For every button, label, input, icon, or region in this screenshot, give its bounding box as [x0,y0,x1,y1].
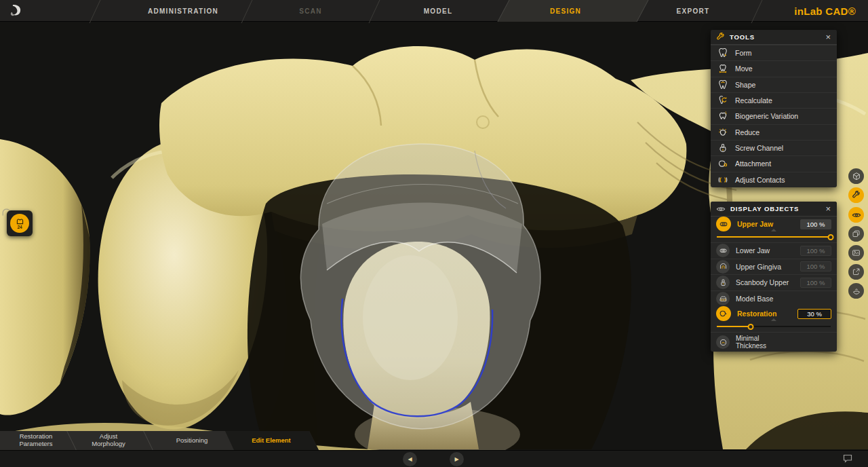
recalculate-tool-icon [717,95,728,106]
display-row-label: Lower Jaw [736,246,794,255]
lower-jaw-opacity-value[interactable]: 100 % [800,246,831,256]
step-label: Positioning [176,437,208,445]
step-label: Morphology [92,441,125,448]
tool-screw-channel[interactable]: Screw Channel [711,140,837,155]
cube-icon [852,172,861,181]
arrow-left-icon: ◀ [408,456,412,462]
nav-model[interactable]: MODEL [374,0,502,22]
tools-panel-title: TOOLS [730,33,820,41]
wrench-icon [852,191,861,200]
tool-move[interactable]: Move [711,60,837,76]
label-line-1: Minimal [736,335,831,343]
tools-panel: TOOLS × Form Move Shape Recalculate Biog… [711,30,837,187]
snapshot-button[interactable] [848,245,864,261]
step-restoration-parameters[interactable]: Restoration Parameters [5,431,66,450]
brand-title: inLab CAD® [794,0,856,22]
form-tool-icon [717,48,728,58]
share-view-button[interactable] [848,264,864,280]
nav-design[interactable]: DESIGN [502,0,629,22]
tooth-number: 24 [17,225,22,230]
hand-gesture-button[interactable] [848,283,864,299]
display-row-upper-gingiva[interactable]: Upper Gingiva 100 % [711,259,837,275]
tool-label: Adjust Contacts [735,176,785,184]
tool-biogeneric-variation[interactable]: Biogeneric Variation [711,108,837,124]
attachment-tool-icon [717,158,728,169]
close-icon[interactable]: × [825,33,831,41]
bottom-strip: ◀ ▶ [0,450,868,467]
adjust-contacts-tool-icon [717,174,728,185]
shape-tool-icon [717,79,728,90]
display-row-label: Restoration [737,310,791,318]
upper-jaw-opacity-value[interactable]: 100 % [800,219,831,229]
wrench-icon [716,33,725,41]
feedback-chat-icon[interactable] [842,453,853,464]
copy-folder-icon [852,229,861,238]
biogeneric-variation-tool-icon [717,111,728,122]
step-edit-element[interactable]: Edit Element [236,431,307,450]
slider-caret [771,229,776,231]
reduce-tool-icon [717,127,728,138]
display-row-model-base[interactable]: Model Base [711,291,837,307]
upper-jaw-opacity-slider[interactable] [711,231,837,242]
restoration-ghost[interactable] [300,144,540,429]
case-folder-button[interactable] [848,226,864,242]
tool-adjust-contacts[interactable]: Adjust Contacts [711,172,837,187]
restoration-opacity-value[interactable]: 30 % [797,309,831,319]
nav-scan[interactable]: SCAN [247,0,374,22]
share-arrow-icon [852,267,861,276]
move-tool-icon [717,63,728,74]
tooth-position-badge[interactable]: 24 [7,210,33,236]
screw-channel-tool-icon [717,143,728,153]
step-adjust-morphology[interactable]: Adjust Morphology [78,431,139,450]
scanbody-upper-icon [716,276,730,289]
restoration-opacity-slider[interactable] [711,321,837,332]
step-separator [66,430,77,452]
tool-label: Screw Channel [735,144,783,152]
nav-administration[interactable]: ADMINISTRATION [119,0,247,22]
display-row-scanbody-upper[interactable]: Scanbody Upper 100 % [711,274,837,291]
display-objects-toggle-button[interactable] [848,207,864,223]
design-steps-bar: Restoration Parameters Adjust Morphology… [0,431,319,450]
slider-knob[interactable] [828,234,834,240]
tool-label: Reduce [735,128,760,136]
tool-reduce[interactable]: Reduce [711,124,837,140]
display-row-label: Model Base [736,295,831,303]
app-logo-icon [8,3,23,18]
label-line-2: Thickness [736,342,831,350]
view-cube-button[interactable] [848,168,864,184]
next-step-button[interactable]: ▶ [450,452,464,466]
slider-caret [771,318,776,321]
eye-icon [716,204,726,214]
minimal-thickness-icon [716,335,730,349]
close-icon[interactable]: × [825,204,831,213]
nav-export[interactable]: EXPORT [629,0,757,22]
upper-gingiva-opacity-value[interactable]: 100 % [800,261,831,272]
display-row-minimal-thickness[interactable]: Minimal Thickness [711,332,837,352]
model-base-icon [716,292,730,305]
tool-shape[interactable]: Shape [711,77,837,92]
tools-toggle-button[interactable] [848,187,864,203]
tool-form[interactable]: Form [711,45,837,60]
tool-attachment[interactable]: Attachment [711,155,837,171]
tool-recalculate[interactable]: Recalculate [711,92,837,108]
hand-gesture-icon [852,286,861,296]
display-objects-panel: DISPLAY OBJECTS × Upper Jaw 100 % Lower … [711,202,837,352]
crown-icon [16,217,24,225]
display-panel-title: DISPLAY OBJECTS [730,205,820,212]
slider-knob[interactable] [748,324,754,330]
upper-gingiva-icon [716,260,730,274]
tool-label: Biogeneric Variation [735,112,798,120]
tool-label: Move [735,64,753,73]
scanbody-upper-opacity-value[interactable]: 100 % [800,278,831,288]
step-positioning[interactable]: Positioning [159,431,224,450]
tool-label: Recalculate [735,96,772,105]
restoration-icon [716,306,731,321]
previous-step-button[interactable]: ◀ [403,452,417,466]
display-row-lower-jaw[interactable]: Lower Jaw 100 % [711,242,837,259]
tool-label: Shape [735,81,755,89]
lower-jaw-icon [716,244,730,257]
display-row-label: Upper Jaw [737,220,794,228]
nav-separator [90,0,102,23]
arrow-right-icon: ▶ [454,456,458,462]
step-separator [142,430,154,452]
